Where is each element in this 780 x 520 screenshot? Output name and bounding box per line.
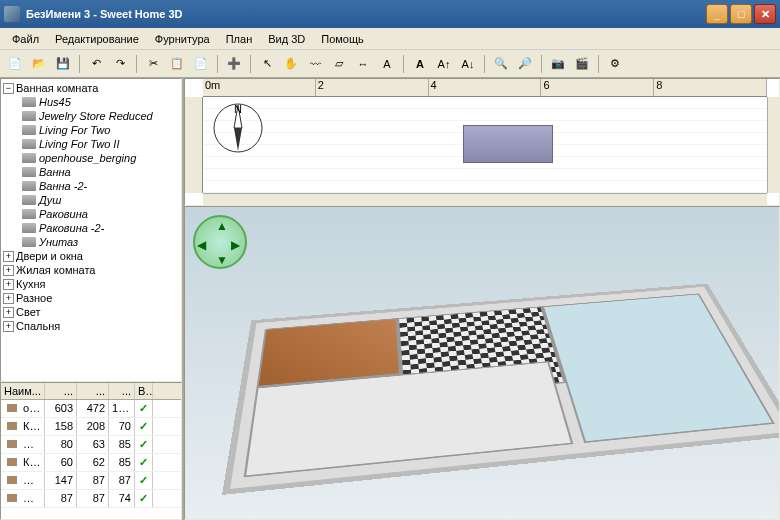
- paste-button[interactable]: 📄: [190, 53, 212, 75]
- vertical-scrollbar[interactable]: [767, 97, 779, 193]
- menu-plan[interactable]: План: [218, 31, 261, 47]
- nav-up-icon[interactable]: ▲: [216, 219, 228, 231]
- toolbar: 📄 📂 💾 ↶ ↷ ✂ 📋 📄 ➕ ↖ ✋ 〰 ▱ ↔ A A A↑ A↓ 🔍 …: [0, 50, 780, 78]
- tree-item[interactable]: Раковина: [19, 207, 179, 221]
- menu-3d[interactable]: Вид 3D: [260, 31, 313, 47]
- table-row[interactable]: Кух...606285✓: [1, 454, 181, 472]
- col-c[interactable]: ...: [109, 383, 135, 399]
- increase-text-button[interactable]: A↑: [433, 53, 455, 75]
- col-b[interactable]: ...: [77, 383, 109, 399]
- table-row[interactable]: Сти...806385✓: [1, 436, 181, 454]
- compass-icon[interactable]: N: [211, 101, 265, 155]
- add-furniture-button[interactable]: ➕: [223, 53, 245, 75]
- table-row[interactable]: Кро...15820870✓: [1, 418, 181, 436]
- select-tool[interactable]: ↖: [256, 53, 278, 75]
- checkbox-icon[interactable]: ✓: [139, 420, 148, 432]
- 3d-nav-widget[interactable]: ▲ ▼ ◀ ▶: [193, 215, 247, 269]
- col-a[interactable]: ...: [45, 383, 77, 399]
- menu-edit[interactable]: Редактирование: [47, 31, 147, 47]
- expand-icon[interactable]: +: [3, 265, 14, 276]
- tree-item[interactable]: Раковина -2-: [19, 221, 179, 235]
- furniture-tree[interactable]: − Ванная комната Hus45Jewelry Store Redu…: [0, 78, 182, 382]
- expand-icon[interactable]: +: [3, 293, 14, 304]
- menu-help[interactable]: Помощь: [313, 31, 372, 47]
- tree-item[interactable]: Унитаз: [19, 235, 179, 249]
- tree-item[interactable]: Jewelry Store Reduced: [19, 109, 179, 123]
- furniture-icon: [22, 237, 36, 247]
- expand-icon[interactable]: +: [3, 251, 14, 262]
- decrease-text-button[interactable]: A↓: [457, 53, 479, 75]
- collapse-icon[interactable]: −: [3, 83, 14, 94]
- preferences-button[interactable]: ⚙: [604, 53, 626, 75]
- col-visible[interactable]: В...: [135, 383, 153, 399]
- horizontal-scrollbar[interactable]: [203, 193, 767, 205]
- furniture-table[interactable]: Наим... ... ... ... В... опе...60347210.…: [0, 382, 182, 520]
- plan-view[interactable]: 0m 2 4 6 8 N: [184, 78, 780, 206]
- expand-icon[interactable]: +: [3, 321, 14, 332]
- wall-tool[interactable]: 〰: [304, 53, 326, 75]
- tree-item[interactable]: Living For Two: [19, 123, 179, 137]
- plan-canvas[interactable]: N: [203, 97, 767, 193]
- col-name[interactable]: Наим...: [1, 383, 45, 399]
- dimension-tool[interactable]: ↔: [352, 53, 374, 75]
- 3d-floor-plan[interactable]: [222, 284, 780, 495]
- tree-category[interactable]: +Свет: [3, 305, 179, 319]
- separator: [403, 55, 404, 73]
- expand-icon[interactable]: +: [3, 307, 14, 318]
- checkbox-icon[interactable]: ✓: [139, 402, 148, 414]
- save-button[interactable]: 💾: [52, 53, 74, 75]
- checkbox-icon[interactable]: ✓: [139, 492, 148, 504]
- photo-button[interactable]: 📷: [547, 53, 569, 75]
- window-title: БезИмени 3 - Sweet Home 3D: [26, 8, 706, 20]
- undo-button[interactable]: ↶: [85, 53, 107, 75]
- tree-label: Свет: [16, 306, 40, 318]
- 3d-view[interactable]: ▲ ▼ ◀ ▶: [184, 206, 780, 520]
- table-row[interactable]: Сти...1478787✓: [1, 472, 181, 490]
- redo-button[interactable]: ↷: [109, 53, 131, 75]
- titlebar[interactable]: БезИмени 3 - Sweet Home 3D _ □ ✕: [0, 0, 780, 28]
- tree-category[interactable]: +Разное: [3, 291, 179, 305]
- tree-item[interactable]: Living For Two II: [19, 137, 179, 151]
- separator: [79, 55, 80, 73]
- furniture-icon: [22, 209, 36, 219]
- tree-category[interactable]: +Двери и окна: [3, 249, 179, 263]
- checkbox-icon[interactable]: ✓: [139, 438, 148, 450]
- checkbox-icon[interactable]: ✓: [139, 456, 148, 468]
- expand-icon[interactable]: +: [3, 279, 14, 290]
- furniture-icon: [22, 153, 36, 163]
- checkbox-icon[interactable]: ✓: [139, 474, 148, 486]
- cut-button[interactable]: ✂: [142, 53, 164, 75]
- text-style-button[interactable]: A: [409, 53, 431, 75]
- maximize-button[interactable]: □: [730, 4, 752, 24]
- tree-category[interactable]: +Спальня: [3, 319, 179, 333]
- table-row[interactable]: Сто...878774✓: [1, 490, 181, 508]
- nav-down-icon[interactable]: ▼: [216, 253, 228, 265]
- nav-right-icon[interactable]: ▶: [231, 238, 243, 250]
- table-row[interactable]: опе...60347210...✓: [1, 400, 181, 418]
- tree-item[interactable]: Ванна -2-: [19, 179, 179, 193]
- menu-file[interactable]: Файл: [4, 31, 47, 47]
- copy-button[interactable]: 📋: [166, 53, 188, 75]
- menu-furniture[interactable]: Фурнитура: [147, 31, 218, 47]
- table-header[interactable]: Наим... ... ... ... В...: [1, 383, 181, 400]
- tree-label: Спальня: [16, 320, 60, 332]
- nav-left-icon[interactable]: ◀: [197, 238, 209, 250]
- tree-category[interactable]: − Ванная комната: [3, 81, 179, 95]
- pan-tool[interactable]: ✋: [280, 53, 302, 75]
- tree-item[interactable]: Hus45: [19, 95, 179, 109]
- text-tool[interactable]: A: [376, 53, 398, 75]
- tree-item[interactable]: openhouse_berging: [19, 151, 179, 165]
- new-button[interactable]: 📄: [4, 53, 26, 75]
- zoom-out-button[interactable]: 🔎: [514, 53, 536, 75]
- open-button[interactable]: 📂: [28, 53, 50, 75]
- tree-category[interactable]: +Жилая комната: [3, 263, 179, 277]
- close-button[interactable]: ✕: [754, 4, 776, 24]
- tree-category[interactable]: +Кухня: [3, 277, 179, 291]
- video-button[interactable]: 🎬: [571, 53, 593, 75]
- tree-item[interactable]: Ванна: [19, 165, 179, 179]
- tree-item[interactable]: Душ: [19, 193, 179, 207]
- room-tool[interactable]: ▱: [328, 53, 350, 75]
- vertical-ruler: [185, 97, 203, 193]
- minimize-button[interactable]: _: [706, 4, 728, 24]
- zoom-in-button[interactable]: 🔍: [490, 53, 512, 75]
